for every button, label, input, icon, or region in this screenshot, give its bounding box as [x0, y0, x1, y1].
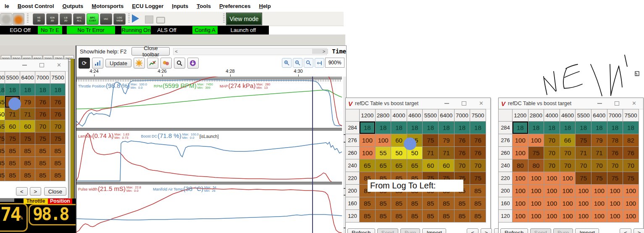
table-cell[interactable]: 100 [528, 197, 544, 210]
table-cell[interactable]: 85 [438, 197, 455, 210]
table-cell[interactable]: 100 [544, 197, 560, 210]
horizontal-scrollbar[interactable]: < > [173, 48, 327, 55]
table-cell[interactable]: 75 [623, 172, 639, 185]
table-cell[interactable]: 100 [623, 184, 639, 197]
minimize-icon[interactable] [597, 103, 602, 104]
table-cell[interactable]: 70 [560, 159, 576, 172]
maximize-icon[interactable] [39, 63, 44, 67]
table-cell[interactable]: 18 [35, 83, 50, 96]
col-header-6400[interactable]: 6400 [438, 109, 455, 122]
table-cell[interactable]: 75 [50, 132, 66, 145]
table-cell[interactable]: 18 [512, 121, 528, 134]
table-cell[interactable]: 100 [359, 146, 376, 159]
table-cell[interactable]: 18 [422, 121, 439, 134]
table-cell[interactable]: 85 [50, 156, 66, 169]
table-cell[interactable]: 100 [607, 209, 623, 222]
table-cell[interactable]: 71 [575, 146, 591, 159]
table-cell[interactable]: 100 [512, 146, 528, 159]
table-cell[interactable]: 18 [20, 83, 35, 96]
table-cell[interactable]: 100 [528, 184, 544, 197]
zoom-reset-icon[interactable] [304, 58, 313, 68]
next-button[interactable]: > [481, 228, 492, 233]
table-cell[interactable]: 18 [454, 121, 471, 134]
table-cell[interactable]: 75 [20, 132, 35, 145]
toolbar-button-bpc-all[interactable]: BPCALL [73, 13, 85, 25]
table-cell[interactable]: 18 [560, 121, 576, 134]
col-header-5500[interactable]: 5500 [422, 109, 439, 122]
view-mode-button[interactable]: View mode [226, 13, 262, 25]
table-cell[interactable]: 71 [591, 146, 607, 159]
col-header-4600[interactable]: 4600 [407, 109, 423, 122]
table-cell[interactable]: 76 [35, 95, 50, 108]
table-cell[interactable]: 100 [575, 209, 591, 222]
table-cell[interactable]: 18 [544, 121, 560, 134]
menu-item-inputs[interactable]: Inputs [168, 2, 192, 11]
row-header-200[interactable]: 200 [498, 184, 513, 197]
row-header-160[interactable]: 160 [498, 197, 513, 210]
next-button[interactable]: > [30, 187, 42, 196]
table-cell[interactable]: 75 [35, 132, 50, 145]
col-header-4000[interactable]: 4000 [544, 109, 560, 122]
table-cell[interactable]: 85 [35, 169, 50, 181]
table-cell[interactable]: 100 [575, 197, 591, 210]
table-cell[interactable]: 100 [591, 197, 607, 210]
table-cell[interactable]: 70 [560, 146, 576, 159]
table-cell[interactable]: 18 [623, 121, 639, 134]
scroll-left-icon[interactable]: < [175, 48, 177, 55]
table-cell[interactable]: 60 [20, 120, 35, 132]
search-icon[interactable] [174, 58, 185, 69]
row-header-260[interactable]: 260 [498, 146, 513, 159]
row-header-160[interactable]: 160 [345, 197, 360, 210]
col-header-2800[interactable]: 2800 [375, 109, 392, 122]
table-cell[interactable]: 76 [35, 108, 50, 120]
table-cell[interactable]: 70 [591, 159, 607, 172]
minimize-icon[interactable] [444, 103, 449, 104]
table-cell[interactable]: 76 [454, 134, 471, 147]
table-cell[interactable]: 100 [623, 209, 639, 222]
menu-item-tools[interactable]: Tools [193, 2, 215, 11]
table-cell[interactable]: 70 [454, 159, 471, 172]
table-cell[interactable]: 80 [528, 159, 544, 172]
col-header-2800[interactable]: 2800 [528, 109, 544, 122]
table-cell[interactable]: 75 [591, 172, 607, 185]
close-toolbar-button[interactable]: Close toolbar [131, 47, 170, 56]
log-cursor-line[interactable] [312, 77, 313, 233]
table-cell[interactable]: 71 [438, 146, 455, 159]
table-cell[interactable]: 80 [512, 159, 528, 172]
table-cell[interactable]: 100 [560, 172, 576, 185]
play-icon[interactable] [132, 14, 139, 23]
table-cell[interactable]: 85 [20, 144, 35, 157]
table-cell[interactable]: 100 [512, 197, 528, 210]
table-cell[interactable]: 75 [528, 146, 544, 159]
table-cell[interactable]: 65 [391, 159, 407, 172]
chart-edit-icon[interactable] [147, 58, 158, 69]
table-cell[interactable]: 100 [512, 209, 528, 222]
row-header-120[interactable]: 120 [345, 209, 360, 222]
table-cell[interactable]: 18 [50, 83, 66, 96]
close-button[interactable]: Close [44, 187, 66, 196]
table-cell[interactable]: 85 [5, 169, 20, 181]
col-header-6400[interactable]: 6400 [591, 109, 607, 122]
table-cell[interactable]: 79 [591, 134, 607, 147]
table-cell[interactable]: 85 [407, 209, 423, 222]
col-header-4000[interactable]: 4000 [391, 109, 407, 122]
table-cell[interactable]: 70 [575, 159, 591, 172]
table-cell[interactable]: 71 [20, 108, 35, 120]
table-cell[interactable]: 85 [470, 209, 486, 222]
table-cell[interactable]: 85 [470, 184, 486, 197]
close-icon[interactable]: ✕ [479, 101, 484, 106]
table-cell[interactable]: 76 [454, 146, 471, 159]
scrollbar-thumb[interactable] [312, 49, 328, 54]
stop-icon[interactable] [145, 16, 153, 24]
table-cell[interactable]: 70 [50, 120, 66, 132]
table-cell[interactable]: 85 [454, 197, 471, 210]
table-cell[interactable]: 100 [544, 184, 560, 197]
menu-item-preferences[interactable]: Preferences [216, 2, 254, 11]
graph-separator[interactable] [76, 128, 342, 131]
table-cell[interactable]: 18 [5, 83, 20, 96]
toolbar-button-log-view[interactable]: LOGVIEW [113, 13, 126, 25]
table-cell[interactable]: 79 [20, 95, 35, 108]
table-cell[interactable]: 85 [438, 209, 455, 222]
import-button[interactable]: Import [422, 228, 446, 233]
col-header-7500[interactable]: 7500 [50, 71, 66, 84]
